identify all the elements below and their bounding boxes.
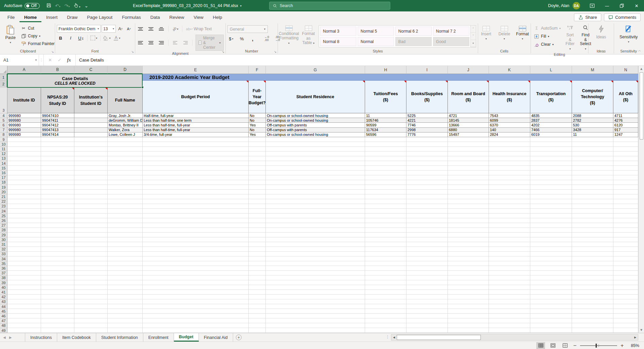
row-header-5[interactable]: 5 [0, 118, 7, 123]
select-all-corner[interactable] [0, 66, 7, 74]
cell-I5[interactable]: 4221 [406, 118, 448, 123]
row-header-21[interactable]: 21 [0, 194, 7, 199]
cell-J5[interactable]: 18145 [448, 118, 489, 123]
row-header-25[interactable]: 25 [0, 214, 7, 218]
row-header-41[interactable]: 41 [0, 290, 7, 295]
column-title-B3[interactable]: NPSAS:20 Study ID [41, 87, 74, 113]
tab-bar-grip[interactable]: ⋮ [386, 335, 390, 339]
row-header-42[interactable]: 42 [0, 295, 7, 300]
save-icon[interactable] [46, 3, 51, 9]
cell-I4[interactable]: 5225 [406, 113, 448, 118]
cell-H6[interactable]: 90599 [365, 123, 406, 127]
ideas-button[interactable]: Ideas [594, 24, 609, 40]
cell-L4[interactable]: 4835 [530, 113, 572, 118]
cell-A7[interactable]: 999980 [7, 128, 41, 132]
sheet-tab-enrollment[interactable]: Enrollment [143, 333, 174, 342]
column-header-E[interactable]: E [143, 66, 249, 74]
cell-B6[interactable]: 99047412 [41, 123, 74, 127]
number-format-select[interactable]: General▾ [227, 25, 268, 33]
cell-style-normal-6-2[interactable]: Normal 6 2 [395, 27, 432, 36]
ribbon-tab-home[interactable]: Home [20, 13, 42, 22]
cell-J6[interactable]: 13666 [448, 123, 489, 127]
ribbon-tab-view[interactable]: View [189, 13, 208, 22]
row-header-48[interactable]: 48 [0, 323, 7, 328]
cell-budget-banner[interactable]: 2019-2020 Academic Year Budget [143, 74, 638, 81]
delete-cells-button[interactable]: Delete▾ [497, 25, 512, 41]
cell-G8[interactable]: On-campus or school-owned housing [266, 132, 365, 137]
cell-A5[interactable]: 999980 [7, 118, 41, 123]
cell-J4[interactable]: 4721 [448, 113, 489, 118]
row-header-29[interactable]: 29 [0, 233, 7, 237]
column-header-F[interactable]: F [249, 66, 266, 74]
column-title-M3[interactable]: Computer/ Technology ($) [572, 81, 613, 113]
minimize-button[interactable]: — [600, 0, 614, 11]
cut-button[interactable]: ✂Cut [20, 25, 56, 32]
avatar[interactable]: DA [573, 2, 580, 9]
bold-button[interactable]: B [57, 34, 64, 42]
cell-style-bad[interactable]: Bad [395, 37, 432, 46]
font-size-select[interactable]: 13▾ [102, 25, 116, 33]
cell-J8[interactable]: 15497 [448, 132, 489, 137]
row-header-40[interactable]: 40 [0, 285, 7, 290]
row-header-23[interactable]: 23 [0, 204, 7, 209]
row-header-35[interactable]: 35 [0, 261, 7, 266]
align-top-icon[interactable] [137, 25, 144, 33]
column-header-J[interactable]: J [448, 66, 489, 74]
merge-center-button[interactable]: Merge & Center▾ [195, 35, 224, 51]
undo-icon[interactable]: ↶▾ [55, 3, 61, 8]
row-header-13[interactable]: 13 [0, 156, 7, 161]
column-title-N3[interactable]: All Oth ($) [613, 81, 638, 113]
decrease-font-icon[interactable]: A˅ [125, 25, 133, 33]
cell-H4[interactable]: 11 [365, 113, 406, 118]
cell-C6[interactable] [74, 123, 108, 127]
cell-F5[interactable]: No [249, 118, 266, 123]
cell-C5[interactable] [74, 118, 108, 123]
cell-style-normal-5[interactable]: Normal 5 [358, 27, 394, 36]
row-header-18[interactable]: 18 [0, 180, 7, 185]
column-header-I[interactable]: I [406, 66, 448, 74]
column-header-G[interactable]: G [266, 66, 365, 74]
row-header-38[interactable]: 38 [0, 276, 7, 280]
cell-G7[interactable]: Off-campus with parents [266, 128, 365, 132]
autosum-button[interactable]: ΣAutoSum ▾ [533, 25, 562, 32]
align-middle-icon[interactable] [147, 25, 155, 33]
horizontal-scrollbar[interactable]: ◀ ▶ [391, 334, 638, 341]
empty-cells-region[interactable] [7, 137, 638, 333]
cell-K6[interactable]: 6370 [489, 123, 530, 127]
column-title-A3[interactable]: Institute ID [7, 87, 41, 113]
cell-G5[interactable]: On-campus or school-owned housing [266, 118, 365, 123]
column-header-L[interactable]: L [530, 66, 572, 74]
cell-E4[interactable]: Half-time, full-year [143, 113, 249, 118]
cell-F4[interactable]: No [249, 113, 266, 118]
row-header-33[interactable]: 33 [0, 252, 7, 257]
cell-C7[interactable] [74, 128, 108, 132]
zoom-out-button[interactable]: − [573, 343, 577, 348]
column-title-K3[interactable]: Health Insurance ($) [489, 81, 530, 113]
redo-icon[interactable]: ↷▾ [64, 3, 70, 8]
increase-decimal-icon[interactable]: ←0.00 [263, 35, 271, 42]
row-header-1[interactable]: 1 [0, 74, 7, 81]
sort-filter-button[interactable]: AZ Sort & Filter ▾ [563, 24, 577, 52]
scroll-down-icon[interactable]: ▼ [639, 327, 644, 333]
cell-M8[interactable]: 11 [572, 132, 613, 137]
cell-A4[interactable]: 999980 [7, 113, 41, 118]
sheet-tab-item-codebook[interactable]: Item Codebook [57, 333, 96, 342]
cell-M5[interactable]: 2782 [572, 118, 613, 123]
cell-F7[interactable]: No [249, 128, 266, 132]
cell-E7[interactable]: Less than half-time, full-year [143, 128, 249, 132]
cell-M6[interactable]: 530 [572, 123, 613, 127]
cell-E8[interactable]: 3/4-time, full-year [143, 132, 249, 137]
fill-handle[interactable] [141, 86, 144, 88]
column-title-L3[interactable]: Transportation ($) [530, 81, 572, 113]
sheet-nav-right-icon[interactable]: ▶ [6, 333, 15, 342]
cell-H8[interactable]: 56596 [365, 132, 406, 137]
column-header-H[interactable]: H [365, 66, 406, 74]
cell-K4[interactable]: 7543 [489, 113, 530, 118]
zoom-in-button[interactable]: + [620, 343, 624, 348]
ribbon-tab-review[interactable]: Review [165, 13, 189, 22]
scroll-right-icon[interactable]: ▶ [633, 335, 638, 340]
format-painter-button[interactable]: Format Painter [20, 40, 56, 47]
row-header-19[interactable]: 19 [0, 185, 7, 190]
fill-button[interactable]: Fill ▾ [533, 33, 562, 40]
row-header-31[interactable]: 31 [0, 242, 7, 247]
